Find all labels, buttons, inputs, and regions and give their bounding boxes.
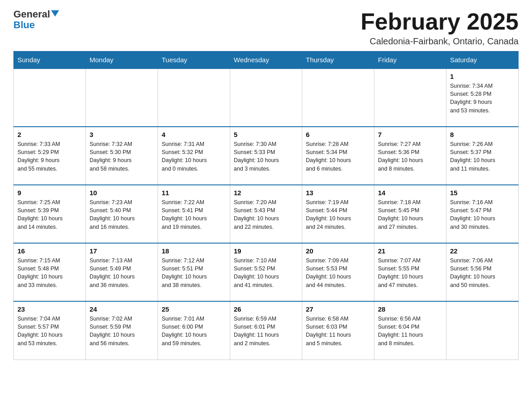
day-info: Sunrise: 6:56 AMSunset: 6:04 PMDaylight:…: [378, 315, 442, 347]
calendar-cell: 2Sunrise: 7:33 AMSunset: 5:29 PMDaylight…: [14, 127, 86, 185]
calendar-cell: 27Sunrise: 6:58 AMSunset: 6:03 PMDayligh…: [302, 301, 374, 360]
day-number: 3: [90, 131, 154, 138]
calendar-cell: [14, 68, 86, 127]
calendar-cell: 13Sunrise: 7:19 AMSunset: 5:44 PMDayligh…: [302, 185, 374, 243]
calendar-cell: 21Sunrise: 7:07 AMSunset: 5:55 PMDayligh…: [374, 243, 446, 301]
logo-triangle-icon: [51, 10, 59, 17]
day-number: 20: [306, 247, 370, 255]
day-of-week-wednesday: Wednesday: [230, 51, 302, 69]
day-number: 1: [450, 73, 515, 80]
day-info: Sunrise: 7:23 AMSunset: 5:40 PMDaylight:…: [90, 198, 154, 231]
day-info: Sunrise: 7:13 AMSunset: 5:49 PMDaylight:…: [90, 257, 154, 289]
logo-blue-text: Blue: [13, 20, 35, 30]
week-row-3: 9Sunrise: 7:25 AMSunset: 5:39 PMDaylight…: [14, 185, 519, 243]
day-number: 15: [450, 189, 515, 197]
day-info: Sunrise: 7:04 AMSunset: 5:57 PMDaylight:…: [17, 315, 82, 347]
day-number: 28: [378, 305, 442, 313]
calendar-cell: 11Sunrise: 7:22 AMSunset: 5:41 PMDayligh…: [158, 185, 230, 243]
day-info: Sunrise: 7:33 AMSunset: 5:29 PMDaylight:…: [17, 140, 82, 173]
calendar-cell: 14Sunrise: 7:18 AMSunset: 5:45 PMDayligh…: [374, 185, 446, 243]
month-title: February 2025: [360, 9, 519, 34]
day-number: 8: [450, 131, 515, 138]
day-number: 17: [90, 247, 154, 255]
day-info: Sunrise: 7:09 AMSunset: 5:53 PMDaylight:…: [306, 257, 370, 289]
calendar-cell: [230, 68, 302, 127]
day-info: Sunrise: 7:31 AMSunset: 5:32 PMDaylight:…: [162, 140, 226, 173]
day-info: Sunrise: 7:12 AMSunset: 5:51 PMDaylight:…: [162, 257, 226, 289]
day-of-week-friday: Friday: [374, 51, 446, 69]
day-number: 13: [306, 189, 370, 197]
week-row-5: 23Sunrise: 7:04 AMSunset: 5:57 PMDayligh…: [14, 301, 519, 360]
day-info: Sunrise: 7:20 AMSunset: 5:43 PMDaylight:…: [234, 198, 298, 231]
day-info: Sunrise: 7:26 AMSunset: 5:37 PMDaylight:…: [450, 140, 515, 173]
calendar-cell: 9Sunrise: 7:25 AMSunset: 5:39 PMDaylight…: [14, 185, 86, 243]
day-number: 10: [90, 189, 154, 197]
day-info: Sunrise: 7:25 AMSunset: 5:39 PMDaylight:…: [17, 198, 82, 231]
calendar-cell: 23Sunrise: 7:04 AMSunset: 5:57 PMDayligh…: [14, 301, 86, 360]
day-info: Sunrise: 7:07 AMSunset: 5:55 PMDaylight:…: [378, 257, 442, 289]
page-header: General Blue February 2025 Caledonia-Fai…: [13, 9, 519, 47]
day-number: 6: [306, 131, 370, 138]
calendar-cell: 4Sunrise: 7:31 AMSunset: 5:32 PMDaylight…: [158, 127, 230, 185]
day-number: 21: [378, 247, 442, 255]
day-info: Sunrise: 7:27 AMSunset: 5:36 PMDaylight:…: [378, 140, 442, 173]
day-number: 2: [17, 131, 82, 138]
days-of-week-row: SundayMondayTuesdayWednesdayThursdayFrid…: [14, 51, 519, 69]
calendar-header: SundayMondayTuesdayWednesdayThursdayFrid…: [14, 51, 519, 69]
calendar-cell: 16Sunrise: 7:15 AMSunset: 5:48 PMDayligh…: [14, 243, 86, 301]
calendar-cell: 10Sunrise: 7:23 AMSunset: 5:40 PMDayligh…: [86, 185, 158, 243]
day-info: Sunrise: 7:06 AMSunset: 5:56 PMDaylight:…: [450, 257, 515, 289]
day-of-week-tuesday: Tuesday: [158, 51, 230, 69]
logo-general-text: General: [13, 9, 50, 20]
day-info: Sunrise: 7:19 AMSunset: 5:44 PMDaylight:…: [306, 198, 370, 231]
day-info: Sunrise: 7:18 AMSunset: 5:45 PMDaylight:…: [378, 198, 442, 231]
calendar-table: SundayMondayTuesdayWednesdayThursdayFrid…: [13, 51, 519, 360]
day-number: 19: [234, 247, 298, 255]
calendar-cell: 6Sunrise: 7:28 AMSunset: 5:34 PMDaylight…: [302, 127, 374, 185]
calendar-cell: [302, 68, 374, 127]
calendar-cell: 25Sunrise: 7:01 AMSunset: 6:00 PMDayligh…: [158, 301, 230, 360]
day-number: 12: [234, 189, 298, 197]
calendar-cell: [446, 301, 519, 360]
calendar-cell: 22Sunrise: 7:06 AMSunset: 5:56 PMDayligh…: [446, 243, 519, 301]
calendar-cell: 19Sunrise: 7:10 AMSunset: 5:52 PMDayligh…: [230, 243, 302, 301]
day-number: 9: [17, 189, 82, 197]
day-of-week-thursday: Thursday: [302, 51, 374, 69]
day-info: Sunrise: 7:02 AMSunset: 5:59 PMDaylight:…: [90, 315, 154, 347]
day-of-week-saturday: Saturday: [446, 51, 519, 69]
calendar-cell: 24Sunrise: 7:02 AMSunset: 5:59 PMDayligh…: [86, 301, 158, 360]
day-number: 26: [234, 305, 298, 313]
day-number: 11: [162, 189, 226, 197]
day-info: Sunrise: 7:10 AMSunset: 5:52 PMDaylight:…: [234, 257, 298, 289]
calendar-cell: 1Sunrise: 7:34 AMSunset: 5:28 PMDaylight…: [446, 68, 519, 127]
title-section: February 2025 Caledonia-Fairbank, Ontari…: [360, 9, 519, 47]
day-of-week-sunday: Sunday: [14, 51, 86, 69]
day-number: 4: [162, 131, 226, 138]
day-info: Sunrise: 6:59 AMSunset: 6:01 PMDaylight:…: [234, 315, 298, 347]
location-text: Caledonia-Fairbank, Ontario, Canada: [360, 36, 519, 47]
calendar-body: 1Sunrise: 7:34 AMSunset: 5:28 PMDaylight…: [14, 68, 519, 360]
day-info: Sunrise: 7:32 AMSunset: 5:30 PMDaylight:…: [90, 140, 154, 173]
week-row-1: 1Sunrise: 7:34 AMSunset: 5:28 PMDaylight…: [14, 68, 519, 127]
calendar-cell: 28Sunrise: 6:56 AMSunset: 6:04 PMDayligh…: [374, 301, 446, 360]
calendar-cell: 18Sunrise: 7:12 AMSunset: 5:51 PMDayligh…: [158, 243, 230, 301]
calendar-cell: 12Sunrise: 7:20 AMSunset: 5:43 PMDayligh…: [230, 185, 302, 243]
calendar-cell: 5Sunrise: 7:30 AMSunset: 5:33 PMDaylight…: [230, 127, 302, 185]
day-number: 14: [378, 189, 442, 197]
day-info: Sunrise: 7:15 AMSunset: 5:48 PMDaylight:…: [17, 257, 82, 289]
calendar-cell: [374, 68, 446, 127]
day-number: 5: [234, 131, 298, 138]
day-number: 27: [306, 305, 370, 313]
day-number: 7: [378, 131, 442, 138]
day-info: Sunrise: 7:34 AMSunset: 5:28 PMDaylight:…: [450, 82, 515, 115]
day-of-week-monday: Monday: [86, 51, 158, 69]
calendar-cell: [86, 68, 158, 127]
day-number: 22: [450, 247, 515, 255]
calendar-cell: 8Sunrise: 7:26 AMSunset: 5:37 PMDaylight…: [446, 127, 519, 185]
day-info: Sunrise: 7:28 AMSunset: 5:34 PMDaylight:…: [306, 140, 370, 173]
calendar-cell: 7Sunrise: 7:27 AMSunset: 5:36 PMDaylight…: [374, 127, 446, 185]
week-row-2: 2Sunrise: 7:33 AMSunset: 5:29 PMDaylight…: [14, 127, 519, 185]
logo: General Blue: [13, 9, 59, 30]
calendar-cell: 26Sunrise: 6:59 AMSunset: 6:01 PMDayligh…: [230, 301, 302, 360]
calendar-cell: [158, 68, 230, 127]
